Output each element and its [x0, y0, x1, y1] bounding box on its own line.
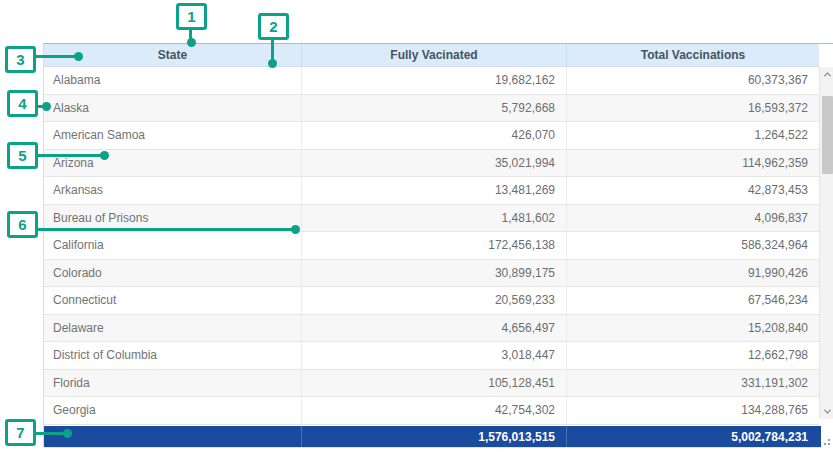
fully-vaccinated-cell[interactable]: 30,899,175	[301, 260, 566, 287]
table-row[interactable]: Alaska 5,792,668 16,593,372	[44, 95, 819, 123]
table-bottom-border	[44, 447, 821, 448]
scroll-up-button[interactable]	[820, 67, 833, 82]
total-vaccinations-cell[interactable]: 42,873,453	[566, 177, 819, 204]
vaccinations-list-table: State Fully Vacinated Total Vaccinations…	[43, 43, 833, 447]
fully-vaccinated-cell[interactable]: 105,128,451	[301, 370, 566, 397]
callout-2: 2	[258, 13, 289, 40]
scrollbar-thumb[interactable]	[822, 96, 833, 174]
callout-5-stem	[35, 154, 105, 157]
table-row[interactable]: Arizona 35,021,994 114,962,359	[44, 150, 819, 178]
column-header-fully-vaccinated[interactable]: Fully Vacinated	[301, 44, 566, 66]
total-vaccinations-cell[interactable]: 16,593,372	[566, 95, 819, 122]
callout-7: 7	[5, 419, 36, 446]
total-vaccinations-cell[interactable]: 331,191,302	[566, 370, 819, 397]
vertical-scrollbar[interactable]	[819, 67, 833, 419]
state-cell[interactable]: Arkansas	[44, 177, 301, 204]
callout-6-stem	[35, 228, 296, 231]
totals-fully-vaccinated-cell: 1,576,013,515	[301, 426, 566, 447]
table-row[interactable]: Colorado 30,899,175 91,990,426	[44, 260, 819, 288]
column-header-total-vaccinations[interactable]: Total Vaccinations	[566, 44, 819, 66]
callout-4-dot	[42, 102, 51, 111]
fully-vaccinated-cell[interactable]: 35,021,994	[301, 150, 566, 177]
table-header-row: State Fully Vacinated Total Vaccinations	[44, 44, 819, 67]
total-vaccinations-cell[interactable]: 4,096,837	[566, 205, 819, 232]
table-row[interactable]: Georgia 42,754,302 134,288,765	[44, 397, 819, 425]
fully-vaccinated-cell[interactable]: 13,481,269	[301, 177, 566, 204]
resize-grip-icon	[823, 438, 833, 448]
fully-vaccinated-cell[interactable]: 426,070	[301, 122, 566, 149]
table-row[interactable]: Florida 105,128,451 331,191,302	[44, 370, 819, 398]
table-totals-row: 1,576,013,515 5,002,784,231	[44, 426, 821, 447]
totals-total-vaccinations-cell: 5,002,784,231	[566, 426, 819, 447]
state-cell[interactable]: Florida	[44, 370, 301, 397]
callout-2-dot	[268, 59, 277, 68]
table-row[interactable]: Alabama 19,682,162 60,373,367	[44, 67, 819, 95]
chevron-down-icon	[824, 407, 831, 414]
callout-7-label: 7	[16, 424, 24, 441]
table-row[interactable]: District of Columbia 3,018,447 12,662,79…	[44, 342, 819, 370]
total-vaccinations-cell[interactable]: 586,324,964	[566, 232, 819, 259]
callout-3-label: 3	[16, 51, 24, 68]
callout-4-label: 4	[18, 95, 26, 112]
totals-state-cell	[44, 426, 301, 447]
fully-vaccinated-cell[interactable]: 20,569,233	[301, 287, 566, 314]
callout-6-dot	[291, 225, 300, 234]
total-vaccinations-cell[interactable]: 15,208,840	[566, 315, 819, 342]
fully-vaccinated-cell[interactable]: 4,656,497	[301, 315, 566, 342]
total-vaccinations-cell[interactable]: 12,662,798	[566, 342, 819, 369]
callout-7-dot	[63, 429, 72, 438]
state-cell[interactable]: Colorado	[44, 260, 301, 287]
total-vaccinations-cell[interactable]: 91,990,426	[566, 260, 819, 287]
fully-vaccinated-cell[interactable]: 19,682,162	[301, 67, 566, 94]
callout-5-label: 5	[18, 147, 26, 164]
callout-1-label: 1	[187, 8, 195, 25]
state-cell[interactable]: District of Columbia	[44, 342, 301, 369]
callout-2-stem	[271, 39, 274, 61]
total-vaccinations-cell[interactable]: 134,288,765	[566, 397, 819, 424]
screenshot-root: State Fully Vacinated Total Vaccinations…	[0, 0, 833, 453]
state-cell[interactable]: American Samoa	[44, 122, 301, 149]
fully-vaccinated-cell[interactable]: 42,754,302	[301, 397, 566, 424]
table-row[interactable]: California 172,456,138 586,324,964	[44, 232, 819, 260]
chevron-up-icon	[824, 72, 831, 79]
state-cell[interactable]: Delaware	[44, 315, 301, 342]
fully-vaccinated-cell[interactable]: 3,018,447	[301, 342, 566, 369]
table-row[interactable]: Delaware 4,656,497 15,208,840	[44, 315, 819, 343]
total-vaccinations-cell[interactable]: 1,264,522	[566, 122, 819, 149]
scroll-down-button[interactable]	[820, 404, 833, 419]
callout-5-dot	[100, 151, 109, 160]
callout-6: 6	[7, 211, 38, 238]
state-cell[interactable]: Alabama	[44, 67, 301, 94]
state-cell[interactable]: Alaska	[44, 95, 301, 122]
callout-1: 1	[176, 3, 207, 30]
callout-3-stem	[34, 55, 79, 58]
state-cell[interactable]: Georgia	[44, 397, 301, 424]
total-vaccinations-cell[interactable]: 67,546,234	[566, 287, 819, 314]
table-row[interactable]: American Samoa 426,070 1,264,522	[44, 122, 819, 150]
fully-vaccinated-cell[interactable]: 172,456,138	[301, 232, 566, 259]
callout-6-label: 6	[18, 216, 26, 233]
callout-3: 3	[5, 46, 36, 73]
table-row[interactable]: Connecticut 20,569,233 67,546,234	[44, 287, 819, 315]
state-cell[interactable]: Connecticut	[44, 287, 301, 314]
callout-5: 5	[7, 142, 38, 169]
callout-2-label: 2	[269, 18, 277, 35]
callout-3-dot	[74, 52, 83, 61]
table-row[interactable]: Arkansas 13,481,269 42,873,453	[44, 177, 819, 205]
total-vaccinations-cell[interactable]: 114,962,359	[566, 150, 819, 177]
state-cell[interactable]: California	[44, 232, 301, 259]
total-vaccinations-cell[interactable]: 60,373,367	[566, 67, 819, 94]
table-body: Alabama 19,682,162 60,373,367 Alaska 5,7…	[44, 67, 819, 425]
callout-4: 4	[7, 90, 38, 117]
fully-vaccinated-cell[interactable]: 1,481,602	[301, 205, 566, 232]
fully-vaccinated-cell[interactable]: 5,792,668	[301, 95, 566, 122]
callout-1-dot	[187, 38, 196, 47]
